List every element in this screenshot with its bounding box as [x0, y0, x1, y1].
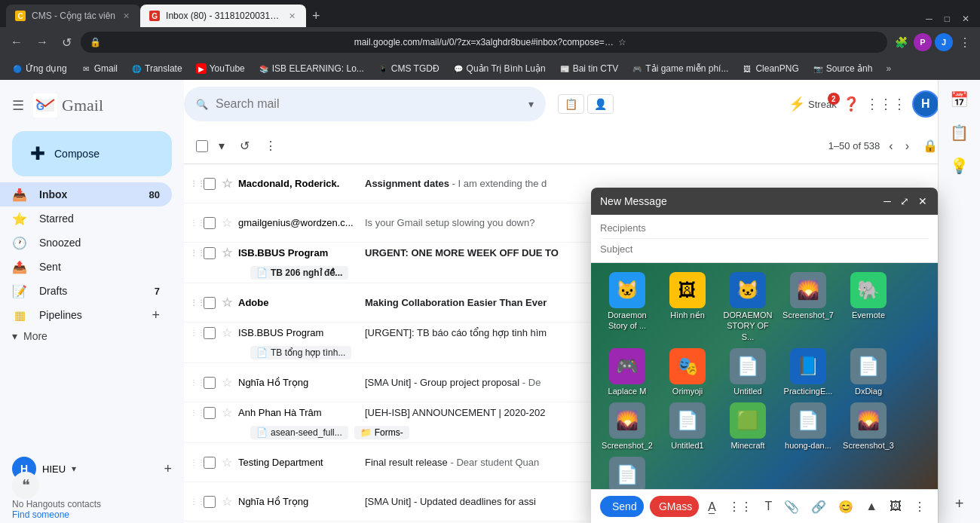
bookmark-quan-tri[interactable]: 💬 Quản Trị Bình Luận: [447, 62, 552, 75]
text-format-button[interactable]: T: [761, 497, 775, 516]
gmail-search-bar[interactable]: 🔍 ▾: [184, 87, 546, 121]
bookmark-youtube[interactable]: ▶ YouTube: [190, 62, 251, 75]
compose-button[interactable]: ✚ Compose: [12, 131, 172, 176]
attach-button[interactable]: 📎: [781, 497, 802, 517]
bookmark-game[interactable]: 🎮 Tải game miễn phí...: [626, 62, 734, 75]
bookmark-star[interactable]: ☆: [618, 37, 878, 47]
star-icon[interactable]: ☆: [222, 375, 232, 390]
compose-expand-button[interactable]: ⤢: [899, 194, 911, 209]
desktop-icon-evernote[interactable]: 🐘 Evernote: [841, 272, 896, 342]
add-panel-button[interactable]: +: [951, 491, 969, 517]
desktop-icon-untitled3[interactable]: 📄 Untitled3: [600, 457, 654, 489]
profile-1[interactable]: P: [914, 33, 932, 51]
desktop-icon-screenshot2[interactable]: 🌄 Screenshot_2: [600, 402, 654, 451]
address-bar[interactable]: 🔒 mail.google.com/mail/u/0/?zx=x3alghdr8…: [81, 32, 887, 53]
keep-panel-button[interactable]: 💡: [945, 152, 973, 179]
desktop-icon-doraemon2[interactable]: 🐱 DORAEMON STORY OF S...: [721, 272, 775, 342]
sidebar-item-snoozed[interactable]: 🕐 Snoozed: [0, 231, 172, 255]
subject-input[interactable]: [600, 243, 929, 255]
formatting-button[interactable]: A̲: [705, 497, 719, 517]
refresh-button[interactable]: ↺: [235, 134, 254, 158]
bookmark-translate[interactable]: 🌐 Translate: [125, 62, 188, 75]
find-someone-link[interactable]: Find someone: [12, 509, 69, 520]
calendar-panel-button[interactable]: 📅: [945, 86, 973, 113]
search-input[interactable]: [216, 97, 521, 111]
streak-badge[interactable]: ⚡ 2 Streak: [789, 96, 837, 112]
compose-header[interactable]: New Message ─ ⤢ ✕: [591, 188, 938, 215]
send-button[interactable]: Send: [600, 496, 644, 517]
tasks-panel-button[interactable]: 📋: [945, 119, 973, 146]
star-icon[interactable]: ☆: [222, 295, 232, 310]
bookmark-cleanpng[interactable]: 🖼 CleanPNG: [736, 62, 804, 75]
select-all-checkbox[interactable]: [196, 140, 208, 152]
browser-menu-button[interactable]: ⋮: [956, 32, 974, 53]
hamburger-menu[interactable]: ☰: [12, 97, 24, 114]
profile-2[interactable]: J: [935, 33, 953, 51]
email-checkbox[interactable]: [204, 377, 216, 389]
next-page-button[interactable]: ›: [902, 136, 912, 156]
bookmarks-more[interactable]: »: [880, 62, 897, 75]
desktop-icon-untitled1[interactable]: 📄 Untitled1: [660, 402, 715, 451]
email-checkbox[interactable]: [204, 327, 216, 339]
desktop-icon-minecraft[interactable]: 🟩 Minecraft: [721, 402, 775, 451]
desktop-icon-untitled[interactable]: 📄 Untitled: [721, 348, 775, 396]
more-toolbar-button[interactable]: ⋮: [260, 134, 281, 158]
help-button[interactable]: ❓: [843, 96, 859, 112]
back-button[interactable]: ←: [6, 32, 27, 52]
email-checkbox[interactable]: [204, 407, 216, 419]
extensions-button[interactable]: 🧩: [892, 33, 911, 51]
select-dropdown-button[interactable]: ▾: [214, 134, 229, 158]
desktop-icon-hinh-nen[interactable]: 🖼 Hình nền: [660, 272, 715, 342]
sidebar-item-drafts[interactable]: 📝 Drafts 7: [0, 279, 172, 303]
bookmark-gmail[interactable]: ✉ Gmail: [75, 62, 124, 75]
sidebar-item-inbox[interactable]: 📥 Inbox 80: [0, 182, 172, 206]
tab-cms[interactable]: C CMS - Cộng tác viên ✕: [6, 5, 140, 27]
desktop-icon-doraemon[interactable]: 🐱 Doraemon Story of ...: [600, 272, 654, 342]
tab-close-gmail[interactable]: ✕: [287, 10, 297, 23]
user-menu-button[interactable]: H: [912, 90, 939, 118]
photo-button[interactable]: 🖼: [887, 497, 905, 516]
new-tab-button[interactable]: +: [306, 5, 326, 27]
bookmark-cms[interactable]: 📱 CMS TGDĐ: [372, 62, 446, 75]
desktop-icon-dxdiag[interactable]: 📄 DxDiag: [841, 348, 896, 396]
recipients-input[interactable]: [600, 222, 929, 234]
more-options-button[interactable]: ⋮: [911, 497, 929, 517]
bookmark-apps[interactable]: 🔵 Ứng dụng: [6, 62, 73, 75]
drive-button[interactable]: ▲: [862, 497, 880, 516]
add-pipelines-button[interactable]: +: [152, 307, 160, 323]
view-toggle-button[interactable]: 📋: [558, 94, 584, 114]
maximize-button[interactable]: □: [940, 11, 954, 27]
star-icon[interactable]: ☆: [222, 326, 232, 340]
minimize-button[interactable]: ─: [921, 11, 937, 27]
search-options-icon[interactable]: ▾: [528, 98, 534, 110]
star-icon[interactable]: ☆: [222, 216, 232, 230]
desktop-icon-screenshot3[interactable]: 🌄 Screenshot_3: [841, 402, 896, 451]
email-checkbox[interactable]: [204, 297, 216, 309]
close-button[interactable]: ✕: [957, 11, 974, 27]
compose-close-button[interactable]: ✕: [917, 194, 929, 209]
compose-minimize-button[interactable]: ─: [882, 194, 893, 209]
desktop-icon-laplace[interactable]: 🎮 Laplace M: [600, 348, 654, 396]
star-icon[interactable]: ☆: [222, 405, 232, 420]
email-checkbox[interactable]: [204, 217, 216, 229]
desktop-icon-orimyoji[interactable]: 🎭 Orimyoji: [660, 348, 715, 396]
desktop-icon-huong-dan[interactable]: 📄 huong-dan...: [781, 402, 835, 451]
star-icon[interactable]: ☆: [222, 455, 232, 469]
sidebar-item-sent[interactable]: 📤 Sent: [0, 255, 172, 279]
link-button[interactable]: 🔗: [808, 497, 829, 517]
sidebar-item-pipelines[interactable]: ▦ Pipelines +: [0, 303, 172, 327]
star-icon[interactable]: ☆: [222, 246, 232, 260]
email-checkbox[interactable]: [204, 178, 216, 190]
more-section[interactable]: ▾ More: [0, 327, 184, 345]
desktop-icon-screenshot7[interactable]: 🌄 Screenshot_7: [781, 272, 835, 342]
apps-grid-button[interactable]: ⋮⋮⋮: [865, 96, 906, 112]
email-checkbox[interactable]: [204, 247, 216, 259]
forward-button[interactable]: →: [32, 32, 53, 52]
reload-button[interactable]: ↺: [57, 32, 76, 53]
grid-button[interactable]: ⋮⋮: [725, 497, 755, 517]
bookmark-bai-tin[interactable]: 📰 Bai tin CTV: [553, 62, 625, 75]
tab-close-cms[interactable]: ✕: [121, 10, 131, 23]
email-checkbox[interactable]: [204, 457, 216, 469]
bookmark-source[interactable]: 📷 Source ảnh: [807, 62, 879, 75]
gmass-button[interactable]: GMass: [650, 496, 699, 517]
